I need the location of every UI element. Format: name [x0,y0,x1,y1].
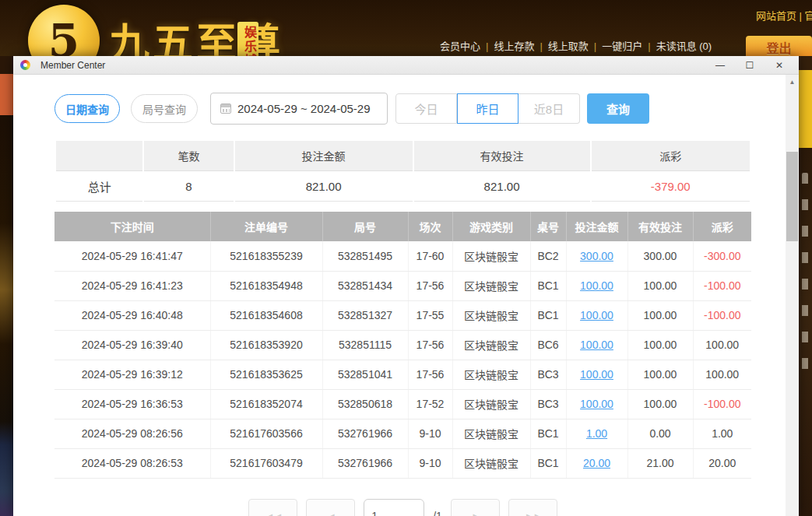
last-page-icon[interactable]: ►► [508,499,557,516]
cell-bet-id: 521618354608 [210,300,322,330]
cell-payout: -100.00 [693,300,751,330]
summary-header-bet-amount: 投注金额 [235,141,413,171]
scrollbar-thumb[interactable] [786,152,798,241]
summary-bet-amount-value: 821.00 [235,171,413,202]
cell-bet-amount-link[interactable]: 100.00 [566,330,627,360]
cell-session: 17-60 [408,241,452,271]
header-bet-amount: 投注金额 [566,212,627,241]
summary-count-value: 8 [144,171,233,202]
maximize-icon[interactable]: ☐ [735,56,765,75]
cell-valid-bet: 0.00 [627,419,693,448]
bet-table-body: 2024-05-29 16:41:47 521618355239 5328514… [54,241,751,478]
cell-bet-amount-link[interactable]: 100.00 [566,271,627,300]
window-titlebar[interactable]: Member Center — ☐ ✕ [13,56,799,75]
header-payout: 派彩 [693,212,751,241]
cell-table-no: BC1 [530,300,566,330]
cell-bet-time: 2024-05-29 16:40:48 [54,300,210,330]
cell-bet-time: 2024-05-29 08:26:56 [54,419,210,448]
header-bet-id: 注单编号 [210,212,322,241]
quick-today-button[interactable]: 今日 [395,93,457,124]
page-select-value: 1 [371,510,378,516]
next-page-icon[interactable]: ► [451,499,500,516]
cell-game-type: 区块链骰宝 [452,389,530,419]
calendar-icon [220,104,231,114]
member-nav: 会员中心|线上存款|线上取款|一键归户|未读讯息 (0) [440,38,712,53]
nav-separator: | [540,40,542,52]
cell-game-type: 区块链骰宝 [452,360,530,389]
chevron-down-icon: ⌄ [410,512,417,516]
cell-valid-bet: 21.00 [627,448,693,478]
header-bet-time: 下注时间 [54,212,210,241]
first-page-icon[interactable]: ◄◄ [248,499,297,516]
cell-round-id: 532851434 [322,271,408,300]
cell-bet-amount-link[interactable]: 100.00 [566,389,627,419]
cell-session: 17-52 [408,389,452,419]
cell-round-id: 532851327 [322,300,408,330]
cell-round-id: 532851115 [322,330,408,360]
cell-bet-time: 2024-05-29 16:36:53 [54,389,210,419]
summary-header-valid-bet: 有效投注 [414,141,590,171]
cell-bet-amount-link[interactable]: 1.00 [566,419,627,448]
nav-separator: | [648,40,650,52]
cell-table-no: BC1 [530,419,566,448]
table-row: 2024-05-29 08:26:53 521617603479 5327619… [54,448,751,478]
cell-game-type: 区块链骰宝 [452,271,530,300]
cell-session: 17-56 [408,330,452,360]
header-table-no: 桌号 [530,212,566,241]
quick-yesterday-button[interactable]: 昨日 [457,93,518,124]
window-content: 日期查询 局号查询 2024-05-29 ~ 2024-05-29 今日 昨日 … [13,75,799,516]
cell-payout: 100.00 [693,330,751,360]
cell-bet-amount-link[interactable]: 20.00 [566,448,627,478]
close-icon[interactable]: ✕ [765,56,794,75]
page-select[interactable]: 1 ⌄ [364,499,424,516]
cell-bet-time: 2024-05-29 16:41:23 [54,271,210,300]
scroll-up-icon[interactable]: ▲ [786,76,799,88]
summary-header-payout: 派彩 [592,141,750,171]
cell-game-type: 区块链骰宝 [452,241,530,271]
table-row: 2024-05-29 16:41:47 521618355239 5328514… [54,241,751,271]
prev-page-icon[interactable]: ◄ [306,499,355,516]
cell-round-id: 532761966 [322,448,408,478]
nav-deposit[interactable]: 线上存款 [494,40,534,52]
cell-bet-id: 521617603479 [210,448,322,478]
app-color-wheel-icon [20,60,30,70]
cell-session: 17-56 [408,271,452,300]
cell-table-no: BC3 [530,360,566,389]
summary-payout-value: -379.00 [592,171,750,202]
header-game-type: 游戏类别 [452,212,530,241]
nav-one-key[interactable]: 一键归户 [602,40,642,52]
quick-8days-button[interactable]: 近8日 [518,93,580,124]
cell-valid-bet: 100.00 [627,300,693,330]
nav-withdraw[interactable]: 线上取款 [548,40,589,52]
screen: 5 九五至尊 娱乐城 网站首页 | 官 会员中心|线上存款|线上取款|一键归户|… [0,0,812,516]
tab-date-query[interactable]: 日期查询 [54,94,120,123]
cell-session: 9-10 [408,419,452,448]
cell-valid-bet: 300.00 [627,241,693,271]
cell-bet-id: 521618355239 [210,241,322,271]
top-links[interactable]: 网站首页 | 官 [756,8,812,23]
nav-unread-messages[interactable]: 未读讯息 (0) [656,40,712,52]
cell-bet-amount-link[interactable]: 100.00 [566,360,627,389]
tab-round-query[interactable]: 局号查询 [131,94,198,123]
date-range-input[interactable]: 2024-05-29 ~ 2024-05-29 [210,93,388,125]
cell-game-type: 区块链骰宝 [452,300,530,330]
cell-table-no: BC1 [530,448,566,478]
table-row: 2024-05-29 16:39:40 521618353920 5328511… [54,330,751,360]
header-round-id: 局号 [322,212,408,241]
cell-payout: 1.00 [693,419,751,448]
search-button[interactable]: 查询 [587,93,649,124]
pagination: ◄◄ ◄ 1 ⌄ /1 ► ►► [54,499,751,516]
cell-bet-amount-link[interactable]: 100.00 [566,300,627,330]
cell-round-id: 532850618 [322,389,408,419]
table-row: 2024-05-29 16:39:12 521618353625 5328510… [54,360,751,389]
header-valid-bet: 有效投注 [627,212,693,241]
cell-valid-bet: 100.00 [627,360,693,389]
minimize-icon[interactable]: — [705,56,735,75]
bet-table-header-row: 下注时间 注单编号 局号 场次 游戏类别 桌号 投注金额 有效投注 派彩 [54,212,751,241]
cell-bet-amount-link[interactable]: 300.00 [566,241,627,271]
table-row: 2024-05-29 08:26:56 521617603566 5327619… [54,419,751,448]
vertical-scrollbar[interactable]: ▲ [786,75,799,516]
nav-member-center[interactable]: 会员中心 [440,40,480,52]
cell-table-no: BC6 [530,330,566,360]
cell-bet-id: 521618353920 [210,330,322,360]
